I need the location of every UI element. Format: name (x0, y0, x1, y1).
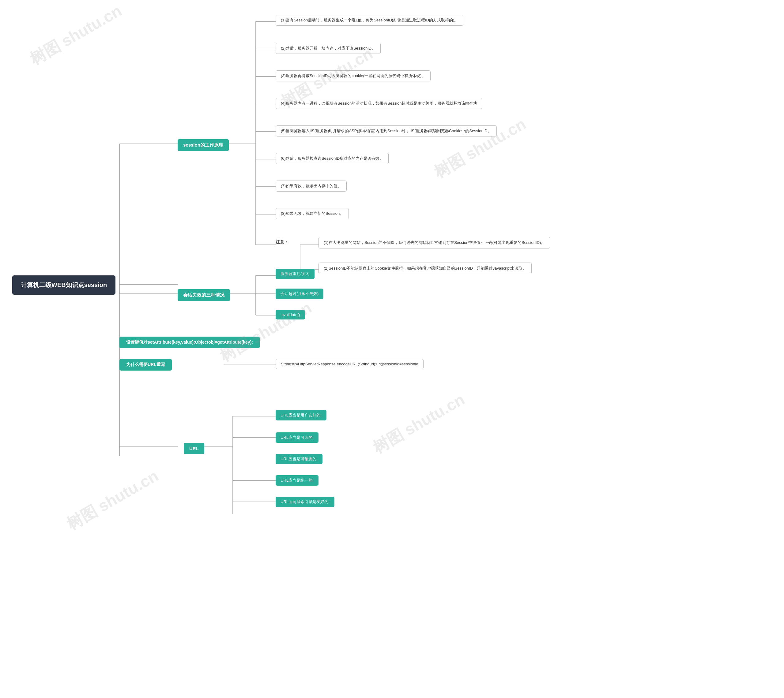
watermark-1: 树图 shutu.cn (26, 0, 125, 70)
fail-3: invalidate() (276, 310, 305, 319)
step-5: (5)当浏览器连入IIS(服务器)时并请求的ASP(脚本语言)内用到Sessio… (276, 125, 497, 137)
step-4: (4)服务器内有一进程，监视所有Session的活动状况，如果有Session超… (276, 98, 482, 109)
watermark-3: 树图 shutu.cn (430, 114, 530, 183)
url-3: URL应当是可预测的; (276, 454, 322, 464)
note-2: (2)SessionID不能从硬盘上的Cookie文件获得，如果想在客户端获知自… (319, 263, 531, 274)
fail-1: 服务器重启/关闭 (276, 269, 315, 279)
url-1: URL应当是用户友好的; (276, 410, 327, 420)
watermark-6: 树图 shutu.cn (63, 466, 162, 535)
url-2: URL应当是可读的; (276, 432, 319, 443)
l1-url-rewrite: 为什么需要URL重写 (119, 359, 172, 370)
root-node: 计算机二级WEB知识点session (12, 275, 116, 295)
url-rewrite-value: Stringstr=HttpServletResponse.encodeURL(… (276, 359, 424, 369)
fail-2: 会话超时(-1永不失效) (276, 288, 324, 299)
l1-set-attribute: 设置键值对setAttribute(key,value);Objectobj=g… (119, 337, 260, 348)
l1-session-fail: 会话失效的三种情况 (178, 289, 230, 301)
step-7: (7)如果有效，就读出内存中的值。 (276, 181, 347, 191)
step-2: (2)然后，服务器开辟一块内存，对应于该SessionID。 (276, 43, 381, 54)
step-1: (1)当有Session启动时，服务器生成一个唯1值，称为SessionID(好… (276, 15, 463, 26)
watermark-5: 树图 shutu.cn (369, 389, 469, 459)
note-1: (1)在大浏览量的网站，Session并不保险，我们过去的网站就经常碰到存在Se… (319, 237, 550, 249)
watermark-4: 树图 shutu.cn (216, 297, 315, 367)
l1-session-principle: session的工作原理 (178, 139, 229, 151)
step-3: (3)服务器再将该SessionID写入浏览器的cookie(一些在网页的源代码… (276, 71, 431, 81)
url-4: URL应当是统一的; (276, 475, 319, 486)
url-5: URL面向搜索引擎是友好的; (276, 497, 334, 507)
step-8: (8)如果无效，就建立新的Session。 (276, 208, 349, 219)
note-label: 注意： (276, 239, 289, 245)
step-6: (6)然后，服务器检查该SessionID所对应的内存是否有效。 (276, 153, 389, 164)
diagram-container: 计算机二级WEB知识点session session的工作原理 (1)当有Ses… (0, 0, 784, 698)
l1-url: URL (184, 443, 204, 454)
